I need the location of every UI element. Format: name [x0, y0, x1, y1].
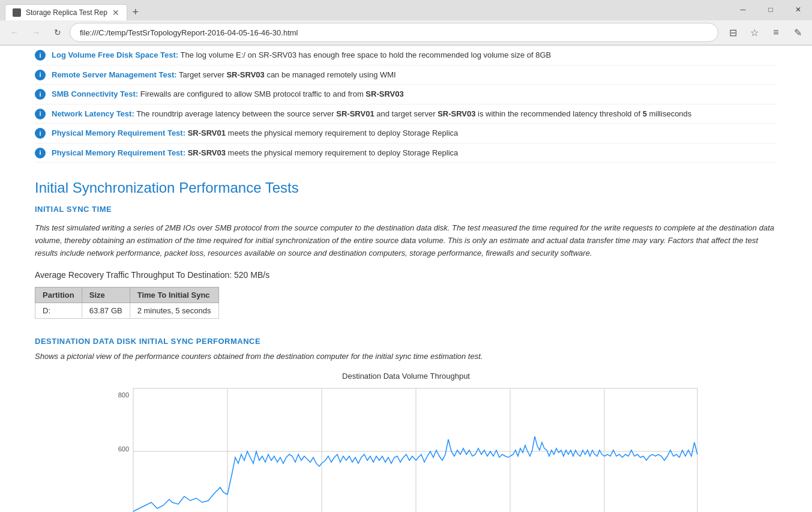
table-cell-time: 2 minutes, 5 seconds [130, 303, 218, 319]
sync-table: Partition Size Time To Initial Sync D: 6… [35, 287, 219, 319]
info-row-text-6: Physical Memory Requirement Test: SR-SRV… [52, 147, 458, 159]
info-row-text-5: Physical Memory Requirement Test: SR-SRV… [52, 127, 458, 139]
tab-close-button[interactable]: ✕ [112, 8, 119, 17]
info-row-text-4: Network Latency Test: The roundtrip aver… [52, 108, 691, 120]
table-header-time: Time To Initial Sync [130, 288, 218, 303]
tools-button[interactable]: ✎ [788, 23, 807, 42]
tab-title: Storage Replica Test Rep [26, 8, 107, 17]
throughput-label: Average Recovery Traffic Throughput To D… [35, 270, 777, 280]
new-tab-button[interactable]: + [127, 4, 144, 20]
info-row-remote-server: i Remote Server Management Test: Target … [35, 65, 777, 85]
section-main-heading: Initial Synchronization Performance Test… [35, 179, 777, 196]
menu-button[interactable]: ≡ [766, 23, 786, 42]
log-volume-link[interactable]: Log Volume Free Disk Space Test: [52, 50, 178, 59]
smb-link[interactable]: SMB Connectivity Test: [52, 89, 138, 98]
table-header-size: Size [82, 288, 130, 303]
info-row-memory-1: i Physical Memory Requirement Test: SR-S… [35, 124, 777, 143]
info-icon-6: i [35, 148, 46, 158]
refresh-button[interactable]: ↻ [48, 23, 67, 42]
memory-2-link[interactable]: Physical Memory Requirement Test: [52, 148, 185, 157]
info-icon-2: i [35, 70, 46, 80]
maximize-button[interactable]: □ [757, 0, 784, 19]
info-row-memory-2: i Physical Memory Requirement Test: SR-S… [35, 143, 777, 163]
memory-2-text: SR-SRV03 meets the physical memory requi… [188, 148, 459, 157]
memory-1-text: SR-SRV01 meets the physical memory requi… [188, 128, 459, 137]
chart-svg: 800 600 [112, 385, 700, 512]
address-text: file:///C:/temp/TestSrTopologyReport-201… [80, 28, 298, 37]
info-row-text: Log Volume Free Disk Space Test: The log… [52, 49, 551, 61]
browser-chrome: Storage Replica Test Rep ✕ + ─ □ ✕ ← → ↻… [0, 0, 812, 46]
remote-server-text: Target server SR-SRV03 can be managed re… [179, 70, 396, 79]
subsection-heading: INITIAL SYNC TIME [35, 205, 777, 214]
window-controls: ─ □ ✕ [729, 0, 812, 19]
table-cell-size: 63.87 GB [82, 303, 130, 319]
remote-server-link[interactable]: Remote Server Management Test: [52, 70, 177, 79]
active-tab[interactable]: Storage Replica Test Rep ✕ [5, 4, 127, 20]
svg-text:800: 800 [118, 391, 128, 399]
back-button[interactable]: ← [5, 23, 24, 42]
info-icon: i [35, 50, 46, 61]
reader-view-button[interactable]: ⊟ [723, 23, 742, 42]
dest-section-heading: DESTINATION DATA DISK INITIAL SYNC PERFO… [35, 337, 777, 346]
info-row-smb: i SMB Connectivity Test: Firewalls are c… [35, 85, 777, 104]
close-button[interactable]: ✕ [784, 0, 812, 19]
table-header-partition: Partition [35, 288, 82, 303]
chart-title: Destination Data Volume Throughput [112, 372, 700, 381]
info-row-text-2: Remote Server Management Test: Target se… [52, 69, 396, 81]
tab-favicon [13, 8, 21, 17]
info-icon-5: i [35, 128, 46, 139]
table-cell-partition: D: [35, 303, 82, 319]
chart-area: 800 600 [112, 385, 700, 512]
table-row: D: 63.87 GB 2 minutes, 5 seconds [35, 303, 219, 319]
forward-button[interactable]: → [26, 23, 46, 42]
chart-container: Destination Data Volume Throughput 800 6… [112, 372, 700, 512]
sync-description: This test simulated writing a series of … [35, 222, 777, 259]
latency-text: The roundtrip average latency between th… [136, 109, 691, 118]
log-volume-text: The log volume E:/ on SR-SRV03 has enoug… [181, 50, 552, 59]
svg-rect-2 [133, 388, 697, 512]
address-bar[interactable]: file:///C:/temp/TestSrTopologyReport-201… [70, 23, 718, 42]
info-row-text-3: SMB Connectivity Test: Firewalls are con… [52, 88, 404, 100]
latency-link[interactable]: Network Latency Test: [52, 109, 134, 118]
nav-bar: ← → ↻ file:///C:/temp/TestSrTopologyRepo… [0, 20, 812, 45]
chart-description: Shows a pictorial view of the performanc… [35, 352, 777, 361]
favorites-button[interactable]: ☆ [745, 23, 764, 42]
nav-icons: ⊟ ☆ ≡ ✎ [723, 23, 807, 42]
tab-bar: Storage Replica Test Rep ✕ + ─ □ ✕ [0, 0, 812, 20]
info-row-log-volume: i Log Volume Free Disk Space Test: The l… [35, 46, 777, 65]
info-row-latency: i Network Latency Test: The roundtrip av… [35, 104, 777, 124]
page-content: i Log Volume Free Disk Space Test: The l… [0, 46, 812, 512]
memory-1-link[interactable]: Physical Memory Requirement Test: [52, 128, 185, 137]
svg-text:600: 600 [118, 445, 128, 453]
info-icon-4: i [35, 109, 46, 119]
smb-text: Firewalls are configured to allow SMB pr… [140, 89, 404, 98]
info-icon-3: i [35, 89, 46, 100]
minimize-button[interactable]: ─ [729, 0, 757, 19]
